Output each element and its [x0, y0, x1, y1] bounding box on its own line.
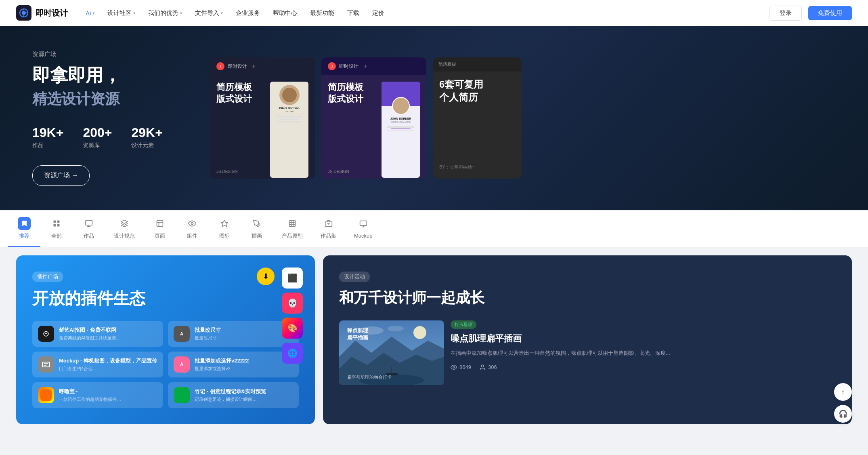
- nav-item-ai[interactable]: Ai ▾: [81, 7, 99, 19]
- plugin-icon-2: [38, 356, 54, 373]
- card-brand-label-2: JS.DESIGN: [328, 169, 349, 174]
- activity-card[interactable]: 设计活动 和万千设计师一起成长: [323, 255, 852, 424]
- plugin-item-2[interactable]: Mockup - 样机贴图，设备模型，产品宣传 门门各生约4合么...: [32, 352, 163, 377]
- tab-pages[interactable]: 页面: [144, 211, 176, 247]
- nav-item-features[interactable]: 最新功能: [305, 7, 339, 19]
- svg-point-13: [256, 224, 257, 225]
- monitor-icon: [82, 217, 95, 230]
- bookmark-icon: [18, 217, 31, 230]
- resume-card-3[interactable]: 简历模板 6套可复用个人简历 BY：香蕉不纳纳~: [433, 57, 522, 179]
- tab-design-spec[interactable]: 设计规范: [105, 211, 144, 247]
- chevron-down-icon: ▾: [92, 11, 94, 15]
- chevron-down-icon: ▾: [133, 11, 135, 15]
- activity-stats: 8649 306: [451, 364, 670, 371]
- table-icon: [286, 217, 299, 230]
- card-header-1: J 即时设计 +: [210, 57, 315, 75]
- nav-item-help[interactable]: 帮助中心: [268, 7, 302, 19]
- float-icon-globe: 🌐: [282, 343, 303, 364]
- tab-illustration[interactable]: 插画: [241, 211, 273, 247]
- nav-item-import[interactable]: 文件导入 ▾: [190, 7, 228, 19]
- float-icon-white: ⬛: [282, 268, 303, 289]
- resume-card-1[interactable]: J 即时设计 + 简历模板版式设计 Oliver Harrison The Le…: [210, 57, 315, 179]
- tab-portfolio[interactable]: 作品集: [312, 211, 345, 247]
- briefcase-icon: [322, 217, 335, 230]
- plugin-icon-1: A: [174, 326, 190, 342]
- card-tag-label: 简历模板: [438, 61, 456, 67]
- hero-subtitle-main: 精选设计资源: [32, 89, 178, 109]
- activity-preview: 噪点肌理 扁平插画 扁平与肌理的融合打卡 打卡星球 噪点肌理扁平插画 在插画中添…: [339, 320, 836, 385]
- category-tabs: 推荐 全部 作品 设计规范: [0, 210, 868, 247]
- svg-rect-6: [54, 220, 56, 223]
- svg-rect-11: [157, 220, 163, 226]
- floating-icon-down: ⬇: [257, 268, 275, 285]
- nav-item-pricing[interactable]: 定价: [367, 7, 389, 19]
- plugin-item-5[interactable]: 🌲 竹记 - 创意过程记录&实时预览 记录创意足迹，捕捉设计瞬间，让...: [168, 382, 299, 408]
- svg-rect-7: [57, 220, 60, 223]
- card-logo-2: J: [328, 62, 336, 70]
- plugin-item-4[interactable]: 🐱 呼噜宝~ 一款陪伴工作的超萌宠物插件，快...: [32, 382, 163, 408]
- logo[interactable]: 即时设计: [16, 5, 68, 21]
- hero-top-label: 资源广场: [32, 51, 178, 58]
- activity-views: 8649: [451, 364, 471, 371]
- hero-cards: J 即时设计 + 简历模板版式设计 Oliver Harrison The Le…: [202, 26, 868, 210]
- activity-participants: 306: [479, 364, 497, 371]
- card-logo-1: J: [216, 62, 224, 70]
- layout-icon: [153, 217, 166, 230]
- navbar-right: 登录 免费使用: [769, 6, 852, 21]
- activity-info: 打卡星球 噪点肌理扁平插画 在插画中添加噪点肌理可以营造出一种自然的氛围，噪点肌…: [451, 320, 670, 371]
- activity-img: 噪点肌理 扁平插画 扁平与肌理的融合打卡: [339, 320, 444, 385]
- plugin-tag: 插件广场: [32, 272, 63, 282]
- resume-card-2[interactable]: J 即时设计 + 简历模板版式设计 JOHN BORDER CURRICULUM…: [321, 57, 426, 179]
- tab-recommended[interactable]: 推荐: [8, 211, 40, 247]
- navbar-nav: Ai ▾ 设计社区 ▾ 我们的优势 ▾ 文件导入 ▾ 企业服务 帮助中心 最新功…: [81, 7, 757, 19]
- tab-all[interactable]: 全部: [40, 211, 73, 247]
- eye-icon: [451, 364, 457, 371]
- svg-rect-16: [360, 221, 367, 226]
- svg-rect-9: [57, 224, 60, 226]
- logo-text: 即时设计: [36, 8, 68, 19]
- plugin-item-3[interactable]: A 批量添加或选择v22222 批量添加或选择v2: [168, 352, 299, 377]
- grid-icon: [50, 217, 63, 230]
- stat-resources: 200+ 资源库: [83, 125, 112, 149]
- user-icon: [479, 364, 486, 371]
- pen-icon: [250, 217, 263, 230]
- register-button[interactable]: 免费使用: [808, 6, 852, 20]
- nav-item-download[interactable]: 下载: [342, 7, 364, 19]
- scroll-headphone-button[interactable]: 🎧: [834, 405, 852, 423]
- plugin-icon-0: [38, 326, 54, 342]
- hero-stats: 19K+ 作品 200+ 资源库 29K+ 设计元素: [32, 125, 178, 149]
- stat-elements: 29K+ 设计元素: [131, 125, 162, 149]
- logo-icon: [16, 5, 31, 21]
- login-button[interactable]: 登录: [769, 6, 802, 21]
- hero-section: 资源广场 即拿即用， 精选设计资源 19K+ 作品 200+ 资源库 29K+ …: [0, 26, 868, 210]
- svg-rect-26: [40, 390, 52, 401]
- float-icon-colorwheel: 🎨: [282, 318, 303, 339]
- card-title-3: 6套可复用个人简历: [439, 78, 515, 103]
- card-header-3: 简历模板: [433, 57, 522, 72]
- tab-icons[interactable]: 图标: [208, 211, 241, 247]
- plugin-card[interactable]: 插件广场 开放的插件生态 ⬇ ⬛ 💀 🎨 🌐: [16, 255, 315, 424]
- mockup-icon: [357, 217, 370, 230]
- card-brand-2: 即时设计: [339, 63, 359, 70]
- navbar: 即时设计 Ai ▾ 设计社区 ▾ 我们的优势 ▾ 文件导入 ▾ 企业服务 帮助中…: [0, 0, 868, 26]
- plugin-icon-4: 🐱: [38, 387, 54, 403]
- tab-works[interactable]: 作品: [73, 211, 105, 247]
- tab-components[interactable]: 组件: [176, 211, 208, 247]
- plugin-item-0[interactable]: 鲜艺AI抠图 - 免费不联网 免费离线的AI抠图工具快至毫秒级...: [32, 321, 163, 347]
- chevron-down-icon: ▾: [221, 11, 223, 15]
- nav-item-advantage[interactable]: 我们的优势 ▾: [143, 7, 187, 19]
- activity-img-text: 噪点肌理 扁平插画: [347, 327, 368, 341]
- svg-rect-28: [176, 390, 187, 401]
- plugin-item-1[interactable]: A 批量改尺寸 批量改尺寸: [168, 321, 299, 347]
- tab-mockup[interactable]: Mockup: [345, 211, 382, 246]
- tab-prototype[interactable]: 产品原型: [273, 211, 312, 247]
- card-title-2a: 简历模板版式设计: [328, 82, 377, 105]
- plugin-list: 鲜艺AI抠图 - 免费不联网 免费离线的AI抠图工具快至毫秒级... A 批量改…: [32, 321, 299, 408]
- svg-rect-10: [86, 220, 92, 225]
- activity-badge: 打卡星球: [451, 320, 476, 329]
- nav-item-community[interactable]: 设计社区 ▾: [103, 7, 140, 19]
- nav-item-enterprise[interactable]: 企业服务: [231, 7, 265, 19]
- svg-point-31: [413, 326, 426, 339]
- scroll-up-button[interactable]: ↑: [834, 383, 852, 401]
- resource-plaza-button[interactable]: 资源广场 →: [32, 165, 90, 186]
